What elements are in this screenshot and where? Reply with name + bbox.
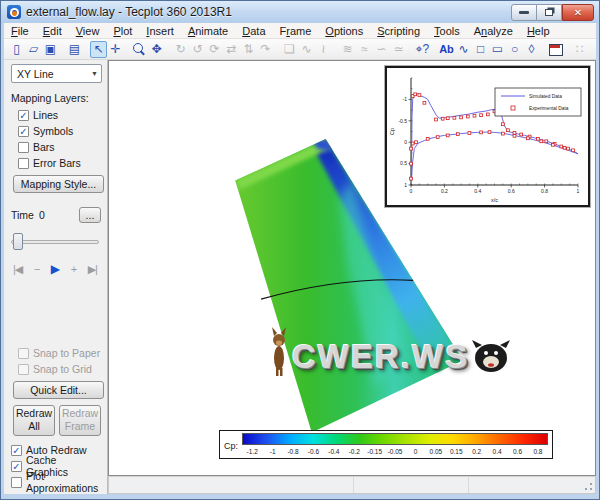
svg-text:0.2: 0.2 (441, 188, 448, 194)
menu-file[interactable]: File (4, 25, 36, 37)
watermark-text: CWER.WS (292, 338, 469, 376)
time-more-button[interactable]: ... (79, 207, 101, 223)
adjust-tool-icon[interactable]: ✛ (107, 41, 124, 58)
menu-help[interactable]: Help (520, 25, 557, 37)
plot-type-value: XY Line (17, 68, 54, 80)
menu-scripting[interactable]: Scripting (370, 25, 427, 37)
window-bottom-border (1, 494, 599, 499)
checkbox-box-icon (11, 477, 22, 488)
menu-data[interactable]: Data (235, 25, 272, 37)
minimize-button[interactable] (511, 4, 537, 21)
checkbox-error-bars[interactable]: Error Bars (18, 155, 101, 171)
menu-animate[interactable]: Animate (181, 25, 235, 37)
contour-add-icon: ≋ (339, 41, 356, 58)
svg-text:Simulated Data: Simulated Data (529, 94, 562, 99)
mapping-layers-label: Mapping Layers: (11, 92, 101, 104)
colorbar-tick: -1.2 (242, 448, 262, 455)
svg-text:0.8: 0.8 (541, 188, 548, 194)
checkbox-label: Error Bars (33, 157, 81, 169)
checkbox-box-icon (18, 364, 29, 375)
restore-button[interactable] (537, 4, 562, 21)
colorbar-tick: 0.15 (446, 448, 466, 455)
svg-text:Experimental Data: Experimental Data (529, 106, 569, 111)
colorbar-tick: 0.6 (507, 448, 527, 455)
colorbar-ticks: -1.2-1-0.8-0.6-0.4-0.2-0.15-0.0500.050.1… (242, 445, 548, 457)
rectangle-tool-icon[interactable]: ▭ (489, 41, 506, 58)
colorbar-tick: -0.6 (303, 448, 323, 455)
menu-frame[interactable]: Frame (273, 25, 319, 37)
save-icon[interactable]: ▣ (42, 41, 59, 58)
text-tool-icon[interactable]: Ab (438, 41, 455, 58)
probe-tool-icon[interactable]: ⌖? (414, 41, 431, 58)
checkbox-label: Plot Approximations (26, 470, 101, 494)
plot-canvas[interactable]: CWER.WS 00.20.40.60.81-1-0.500.51x/cCpSi… (108, 60, 596, 476)
rotate-y-icon: ⇅ (240, 41, 257, 58)
time-value: 0 (39, 209, 45, 221)
quick-edit-button[interactable]: Quick Edit... (13, 381, 104, 399)
menu-options[interactable]: Options (318, 25, 370, 37)
zoom-tool-icon[interactable] (131, 41, 148, 58)
resize-grip[interactable] (582, 480, 594, 492)
title-bar[interactable]: external_flow.lay - Tecplot 360 2013R1 ✕ (1, 1, 599, 23)
toolbar: ▯▱▣▤↖✛✥↻↺⟳⇄⇅↷❏∿≀≋≈∽≃⌖?Ab∿□▭○◊∷ (4, 39, 596, 60)
new-file-icon[interactable]: ▯ (8, 41, 25, 58)
scatter-dots-icon: ∷ (571, 41, 588, 58)
status-segment (109, 477, 354, 493)
checkbox-lines[interactable]: ✓Lines (18, 107, 101, 123)
coyote-cartoon-icon (267, 324, 291, 376)
plot-type-select[interactable]: XY Line ▼ (11, 64, 102, 83)
checkbox-bars[interactable]: Bars (18, 139, 101, 155)
colorbar-label: Cp: (224, 433, 238, 457)
checkbox-box-icon (18, 348, 29, 359)
extract-line-icon: ≃ (390, 41, 407, 58)
menu-edit[interactable]: Edit (36, 25, 69, 37)
colorbar-tick: -0.2 (344, 448, 364, 455)
checkbox-box-icon: ✓ (11, 445, 22, 456)
colorbar-tick: 0.05 (426, 448, 446, 455)
print-icon[interactable]: ▤ (66, 41, 83, 58)
sidebar: XY Line ▼ Mapping Layers: ✓Lines✓Symbols… (4, 60, 108, 494)
colorbar-tick: -0.15 (364, 448, 384, 455)
streamtrace-end-icon: ≀ (315, 41, 332, 58)
slider-track (11, 240, 99, 244)
menu-view[interactable]: View (69, 25, 107, 37)
polyline-tool-icon[interactable]: ∿ (455, 41, 472, 58)
play-button[interactable]: ▶ (51, 262, 59, 276)
rotate-twist-icon: ⟳ (206, 41, 223, 58)
last-frame-button: ▶| (88, 263, 97, 276)
redraw-frame-button: Redraw Frame (59, 405, 101, 436)
menu-plot[interactable]: Plot (106, 25, 139, 37)
checkbox-label: Snap to Paper (33, 347, 100, 359)
colorbar-tick: 0.4 (487, 448, 507, 455)
cp-inset-frame[interactable]: 00.20.40.60.81-1-0.500.51x/cCpSimulated … (385, 66, 590, 207)
slider-handle[interactable] (13, 233, 23, 250)
tecplot-window: external_flow.lay - Tecplot 360 2013R1 ✕… (0, 0, 600, 500)
translate-tool-icon[interactable]: ✥ (148, 41, 165, 58)
status-segment (354, 477, 469, 493)
open-file-icon[interactable]: ▱ (25, 41, 42, 58)
restore-icon (545, 9, 553, 16)
time-slider[interactable] (11, 233, 99, 250)
checkbox-box-icon (18, 158, 29, 169)
checkbox-snap-to-grid: Snap to Grid (18, 361, 101, 377)
rotate-spherical-icon: ↻ (172, 41, 189, 58)
close-button[interactable]: ✕ (562, 4, 594, 21)
select-tool-icon[interactable]: ↖ (90, 41, 107, 58)
redraw-all-button[interactable]: Redraw All (13, 405, 55, 436)
ellipse-tool-icon[interactable]: ◊ (523, 41, 540, 58)
menu-analyze[interactable]: Analyze (467, 25, 520, 37)
checkbox-label: Bars (33, 141, 55, 153)
svg-text:0.6: 0.6 (508, 188, 515, 194)
checkbox-symbols[interactable]: ✓Symbols (18, 123, 101, 139)
menu-insert[interactable]: Insert (139, 25, 181, 37)
circle-tool-icon[interactable]: ○ (506, 41, 523, 58)
square-tool-icon[interactable]: □ (472, 41, 489, 58)
colorbar-tick: 0.2 (466, 448, 486, 455)
menu-tools[interactable]: Tools (427, 25, 467, 37)
mapping-style-button[interactable]: Mapping Style... (13, 175, 104, 193)
checkbox-plot-approximations[interactable]: Plot Approximations (11, 474, 101, 490)
step-back-button: − (34, 263, 39, 275)
frame-tool-icon[interactable] (547, 41, 564, 58)
watermark: CWER.WS (267, 324, 512, 376)
streamtrace-add-icon: ∿ (298, 41, 315, 58)
